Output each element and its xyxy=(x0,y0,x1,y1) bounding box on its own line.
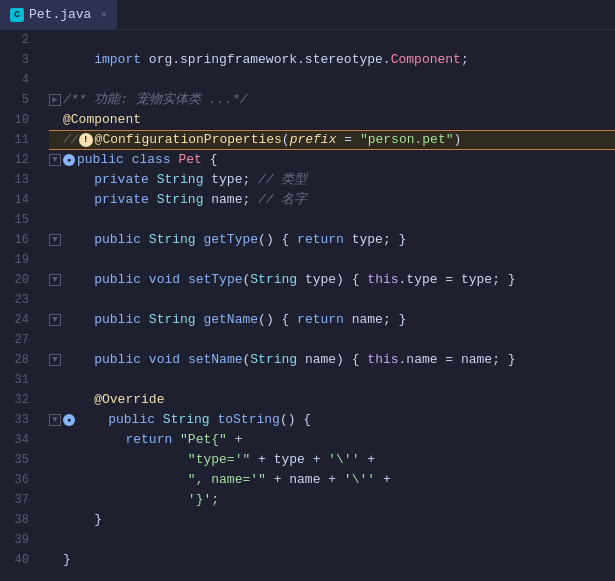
line-num-2: 2 xyxy=(0,30,37,50)
code-line-4 xyxy=(49,70,615,90)
active-tab[interactable]: C Pet.java × xyxy=(0,0,118,30)
line-num-20: 20 xyxy=(0,270,37,290)
fold-19 xyxy=(49,254,61,266)
code-line-5: ▶ /** 功能: 宠物实体类 ...*/ xyxy=(49,90,615,110)
debug-breakpoint2-icon: ● xyxy=(63,414,75,426)
fold-38 xyxy=(49,514,61,526)
fold-13 xyxy=(49,174,61,186)
tab-bar: C Pet.java × xyxy=(0,0,615,30)
line-num-13: 13 xyxy=(0,170,37,190)
fold-31 xyxy=(49,374,61,386)
code-area: 2 3 4 5 10 11 12 13 14 15 16 19 20 23 24… xyxy=(0,30,615,581)
code-line-35: "type='" + type + '\'' + xyxy=(49,450,615,470)
line-num-28: 28 xyxy=(0,350,37,370)
line-num-4: 4 xyxy=(0,70,37,90)
code-line-34: return "Pet{" + xyxy=(49,430,615,450)
code-line-23 xyxy=(49,290,615,310)
code-line-37: '}'; xyxy=(49,490,615,510)
fold-28[interactable]: ▼ xyxy=(49,354,61,366)
fold-27 xyxy=(49,334,61,346)
fold-15 xyxy=(49,214,61,226)
code-line-36: ", name='" + name + '\'' + xyxy=(49,470,615,490)
line-num-12: 12 xyxy=(0,150,37,170)
tab-label: Pet.java xyxy=(29,7,91,22)
fold-39 xyxy=(49,534,61,546)
editor-container: C Pet.java × 2 3 4 5 10 11 12 13 14 15 1… xyxy=(0,0,615,581)
code-line-28: ▼ public void setName(String name) { thi… xyxy=(49,350,615,370)
line-num-14: 14 xyxy=(0,190,37,210)
line-num-39: 39 xyxy=(0,530,37,550)
line-num-5: 5 xyxy=(0,90,37,110)
line-num-35: 35 xyxy=(0,450,37,470)
fold-5[interactable]: ▶ xyxy=(49,94,61,106)
code-line-10: @Component xyxy=(49,110,615,130)
line-num-16: 16 xyxy=(0,230,37,250)
fold-10 xyxy=(49,114,61,126)
code-line-2 xyxy=(49,30,615,50)
fold-32 xyxy=(49,394,61,406)
fold-35 xyxy=(49,454,61,466)
code-line-16: ▼ public String getType() { return type;… xyxy=(49,230,615,250)
line-num-19: 19 xyxy=(0,250,37,270)
code-line-15 xyxy=(49,210,615,230)
code-line-13: private String type; // 类型 xyxy=(49,170,615,190)
code-line-11: //!@ConfigurationProperties(prefix = "pe… xyxy=(49,130,615,150)
fold-40 xyxy=(49,554,61,566)
code-line-40: } xyxy=(49,550,615,570)
code-line-24: ▼ public String getName() { return name;… xyxy=(49,310,615,330)
line-num-36: 36 xyxy=(0,470,37,490)
line-num-33: 33 xyxy=(0,410,37,430)
fold-36 xyxy=(49,474,61,486)
line-num-38: 38 xyxy=(0,510,37,530)
code-line-38: } xyxy=(49,510,615,530)
line-num-23: 23 xyxy=(0,290,37,310)
line-num-40: 40 xyxy=(0,550,37,570)
line-numbers: 2 3 4 5 10 11 12 13 14 15 16 19 20 23 24… xyxy=(0,30,45,581)
fold-4 xyxy=(49,74,61,86)
code-line-20: ▼ public void setType(String type) { thi… xyxy=(49,270,615,290)
line-num-3: 3 xyxy=(0,50,37,70)
code-line-31 xyxy=(49,370,615,390)
line-num-10: 10 xyxy=(0,110,37,130)
fold-14 xyxy=(49,194,61,206)
fold-16[interactable]: ▼ xyxy=(49,234,61,246)
fold-24[interactable]: ▼ xyxy=(49,314,61,326)
fold-11 xyxy=(49,134,61,146)
code-line-33: ▼ ● public String toString() { xyxy=(49,410,615,430)
line-num-27: 27 xyxy=(0,330,37,350)
fold-2 xyxy=(49,34,61,46)
fold-12[interactable]: ▼ xyxy=(49,154,61,166)
code-content[interactable]: import org.springframework.stereotype.Co… xyxy=(45,30,615,581)
code-line-27 xyxy=(49,330,615,350)
fold-3 xyxy=(49,54,61,66)
fold-20[interactable]: ▼ xyxy=(49,274,61,286)
code-line-19 xyxy=(49,250,615,270)
code-line-14: private String name; // 名字 xyxy=(49,190,615,210)
code-line-3: import org.springframework.stereotype.Co… xyxy=(49,50,615,70)
debug-breakpoint-icon: ● xyxy=(63,154,75,166)
code-line-12: ▼ ● public class Pet { xyxy=(49,150,615,170)
file-type-icon: C xyxy=(10,8,24,22)
fold-34 xyxy=(49,434,61,446)
line-num-37: 37 xyxy=(0,490,37,510)
line-num-31: 31 xyxy=(0,370,37,390)
fold-33[interactable]: ▼ xyxy=(49,414,61,426)
code-line-32: @Override xyxy=(49,390,615,410)
line-num-15: 15 xyxy=(0,210,37,230)
fold-23 xyxy=(49,294,61,306)
line-num-24: 24 xyxy=(0,310,37,330)
line-num-32: 32 xyxy=(0,390,37,410)
line-num-11: 11 xyxy=(0,130,37,150)
fold-37 xyxy=(49,494,61,506)
line-num-34: 34 xyxy=(0,430,37,450)
tab-close-button[interactable]: × xyxy=(100,9,107,21)
code-line-39 xyxy=(49,530,615,550)
warning-icon: ! xyxy=(79,133,93,147)
